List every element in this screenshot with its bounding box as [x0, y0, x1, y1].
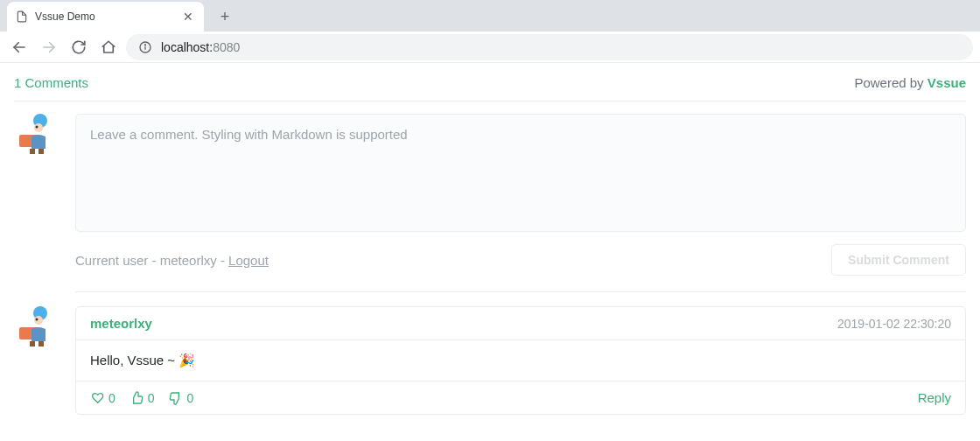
svg-rect-10: [30, 149, 35, 154]
thumbs-up-icon: [130, 391, 144, 405]
avatar-icon: [14, 306, 56, 348]
powered-link[interactable]: Vssue: [928, 75, 966, 90]
logout-link[interactable]: Logout: [228, 253, 269, 268]
comment-input[interactable]: Leave a comment. Styling with Markdown i…: [75, 114, 966, 232]
heart-reaction[interactable]: 0: [90, 391, 116, 405]
comments-header: 1 Comments Powered by Vssue: [14, 75, 966, 102]
reactions: 0 0 0: [90, 391, 193, 405]
composer-column: Leave a comment. Styling with Markdown i…: [75, 114, 966, 292]
comment-footer: 0 0 0 Reply: [76, 382, 965, 414]
svg-point-15: [34, 316, 43, 325]
reply-button[interactable]: Reply: [918, 390, 951, 405]
user-sep: -: [217, 253, 228, 268]
user-row: Current user - meteorlxy - Logout Submit…: [75, 244, 966, 292]
svg-point-4: [144, 44, 145, 45]
comment-row: meteorlxy 2019-01-02 22:30:20 Hello, Vss…: [14, 306, 966, 415]
new-tab-button[interactable]: +: [213, 4, 237, 29]
page-content: 1 Comments Powered by Vssue Leave a comm…: [0, 63, 980, 427]
url-text: localhost:8080: [161, 40, 240, 54]
powered-prefix: Powered by: [854, 75, 927, 90]
current-user-text: Current user - meteorlxy - Logout: [75, 253, 269, 268]
heart-count: 0: [108, 391, 116, 405]
forward-button[interactable]: [37, 35, 61, 60]
avatar: [14, 306, 56, 348]
avatar: [14, 114, 56, 156]
svg-point-8: [34, 123, 43, 132]
thumbs-up-count: 0: [148, 391, 155, 405]
active-tab[interactable]: Vssue Demo ✕: [7, 2, 204, 32]
avatar-icon: [14, 114, 56, 156]
url-port: 8080: [213, 40, 240, 54]
submit-button[interactable]: Submit Comment: [831, 244, 966, 276]
composer-row: Leave a comment. Styling with Markdown i…: [14, 114, 966, 292]
composer-placeholder: Leave a comment. Styling with Markdown i…: [90, 127, 408, 142]
svg-rect-17: [30, 341, 35, 346]
address-bar[interactable]: localhost:8080: [126, 34, 973, 60]
thumbs-up-reaction[interactable]: 0: [130, 391, 155, 405]
thumbs-down-count: 0: [187, 391, 194, 405]
svg-point-16: [36, 318, 38, 321]
svg-rect-11: [38, 149, 44, 154]
close-icon[interactable]: ✕: [181, 10, 195, 24]
user-name: meteorlxy: [160, 253, 217, 268]
reload-button[interactable]: [66, 35, 91, 60]
tab-strip: Vssue Demo ✕ +: [0, 0, 980, 32]
browser-chrome: Vssue Demo ✕ + localhost:8080: [0, 0, 980, 63]
comment-timestamp: 2019-01-02 22:30:20: [837, 317, 951, 331]
comment-count: 1 Comments: [14, 75, 88, 90]
info-icon: [138, 40, 152, 54]
svg-rect-18: [38, 341, 44, 346]
svg-point-9: [36, 126, 38, 129]
powered-by: Powered by Vssue: [854, 75, 966, 90]
comment-body: Hello, Vssue ~ 🎉: [76, 340, 965, 382]
back-button[interactable]: [7, 35, 32, 60]
user-prefix: Current user -: [75, 253, 160, 268]
comment-card: meteorlxy 2019-01-02 22:30:20 Hello, Vss…: [75, 306, 966, 415]
thumbs-down-reaction[interactable]: 0: [169, 391, 194, 405]
browser-toolbar: localhost:8080: [0, 32, 980, 63]
file-icon: [16, 10, 28, 23]
heart-icon: [90, 391, 104, 405]
url-host: localhost:: [161, 40, 213, 54]
comment-author[interactable]: meteorlxy: [90, 316, 152, 331]
tab-title: Vssue Demo: [35, 10, 174, 23]
home-button[interactable]: [96, 35, 121, 60]
comment-header: meteorlxy 2019-01-02 22:30:20: [76, 307, 965, 340]
thumbs-down-icon: [169, 391, 183, 405]
